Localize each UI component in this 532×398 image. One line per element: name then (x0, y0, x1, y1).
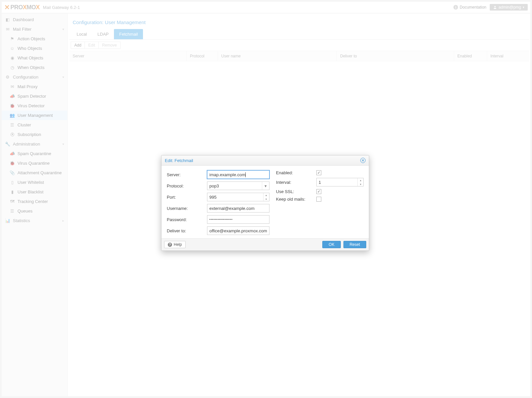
sidebar-label: Virus Quarantine (18, 161, 50, 166)
col-deliver[interactable]: Deliver to (337, 51, 454, 61)
username-input[interactable]: external@example.com (207, 204, 269, 213)
sidebar-item-subscription[interactable]: ⦿ Subscription (2, 130, 67, 139)
spinner-down-icon[interactable]: ▾ (358, 182, 363, 186)
sidebar-label: Attachment Quarantine (18, 170, 62, 175)
protocol-value: pop3 (209, 183, 219, 188)
help-icon: ? (168, 243, 172, 247)
logo: ✕ PROXMOX (4, 3, 40, 11)
sidebar-label: Tracking Center (18, 199, 48, 204)
file-dark-icon: ▮ (10, 189, 15, 194)
sidebar-item-user-blacklist[interactable]: ▮ User Blacklist (2, 187, 67, 197)
documentation-link[interactable]: i Documentation (453, 5, 486, 10)
col-server[interactable]: Server (69, 51, 187, 61)
gears-icon: ⚙ (5, 75, 10, 80)
close-button[interactable] (360, 158, 366, 163)
remove-button[interactable]: Remove (98, 42, 121, 49)
dialog-header[interactable]: Edit: Fetchmail (161, 155, 369, 166)
enabled-checkbox[interactable]: ✓ (316, 170, 321, 175)
reset-button[interactable]: Reset (343, 241, 366, 248)
support-icon: ⦿ (10, 132, 15, 137)
sidebar-item-spam-quarantine[interactable]: 📣 Spam Quarantine (2, 149, 67, 158)
chevron-right-icon: ▸ (62, 219, 64, 222)
spinner-up-icon[interactable]: ▴ (358, 178, 363, 182)
sidebar-item-spam-detector[interactable]: 📣 Spam Detector (2, 91, 67, 101)
help-button[interactable]: ? Help (164, 241, 186, 248)
logo-text-1: PRO (11, 4, 23, 11)
sidebar-label: User Management (18, 113, 53, 118)
add-button[interactable]: Add (71, 42, 85, 49)
sidebar-item-action-objects[interactable]: ⚑ Action Objects (2, 34, 67, 44)
spinner-up-icon[interactable]: ▴ (264, 193, 269, 197)
interval-input[interactable]: 1 ▴▾ (316, 178, 364, 186)
user-circle-icon: ☺ (10, 46, 15, 51)
sidebar-item-what-objects[interactable]: ◉ What Objects (2, 53, 67, 63)
envelope-open-icon: ✉ (10, 84, 15, 89)
protocol-select[interactable]: pop3 ▾ (207, 182, 269, 190)
server-input[interactable]: imap.example.com (207, 170, 269, 179)
chart-icon: 📊 (5, 218, 10, 223)
user-menu-button[interactable]: admin@pmg ▾ (490, 4, 528, 11)
right-column: Enabled: ✓ Interval: 1 ▴▾ Use SSL: ✓ Kee… (276, 170, 364, 235)
logo-text-2: X (23, 4, 27, 11)
sidebar-item-virus-detector[interactable]: 🐞 Virus Detector (2, 101, 67, 111)
username-label: Username: (167, 206, 207, 211)
map-icon: 🗺 (10, 199, 15, 204)
col-enabled[interactable]: Enabled (454, 51, 487, 61)
sidebar-item-virus-quarantine[interactable]: 🐞 Virus Quarantine (2, 158, 67, 168)
keep-checkbox[interactable] (316, 197, 321, 202)
sidebar-item-queues[interactable]: ☰ Queues (2, 206, 67, 216)
toolbar: Add Edit Remove (69, 40, 529, 51)
chevron-down-icon: ▾ (62, 142, 64, 146)
edit-button[interactable]: Edit (85, 42, 99, 49)
chevron-down-icon: ▾ (62, 27, 64, 31)
tab-ldap[interactable]: LDAP (92, 29, 114, 39)
ssl-checkbox[interactable]: ✓ (316, 189, 321, 194)
tab-fetchmail[interactable]: Fetchmail (114, 29, 143, 39)
sidebar-item-user-management[interactable]: 👥 User Management (2, 111, 67, 120)
interval-spinner[interactable]: ▴▾ (357, 178, 363, 186)
col-interval[interactable]: Interval (487, 51, 529, 61)
sidebar-item-configuration[interactable]: ⚙ Configuration ▾ (2, 72, 67, 82)
sidebar-label: Action Objects (18, 36, 45, 41)
ok-button[interactable]: OK (322, 241, 340, 248)
sidebar-item-who-objects[interactable]: ☺ Who Objects (2, 44, 67, 53)
sidebar-item-mail-filter[interactable]: ✉ Mail Filter ▾ (2, 24, 67, 34)
left-column: Server: imap.example.com Protocol: pop3 … (167, 170, 269, 235)
password-input[interactable]: ••••••••••••••••• (207, 215, 269, 224)
sidebar-item-statistics[interactable]: 📊 Statistics ▸ (2, 216, 67, 225)
app-title: Mail Gateway 6.2-1 (43, 5, 80, 10)
col-protocol[interactable]: Protocol (187, 51, 218, 61)
sidebar-item-dashboard[interactable]: ◧ Dashboard (2, 15, 67, 24)
port-label: Port: (167, 195, 207, 200)
sidebar-item-when-objects[interactable]: ◷ When Objects (2, 63, 67, 72)
bug-icon: 🐞 (10, 161, 15, 166)
sidebar-item-administration[interactable]: 🔧 Administration ▾ (2, 139, 67, 149)
edit-fetchmail-dialog: Edit: Fetchmail Server: imap.example.com… (161, 155, 369, 251)
bullhorn-icon: 📣 (10, 94, 15, 99)
dropdown-trigger-icon[interactable]: ▾ (262, 182, 269, 190)
col-user[interactable]: User name (218, 51, 337, 61)
sidebar-label: Configuration (13, 75, 38, 80)
user-icon (493, 5, 497, 9)
ssl-label: Use SSL: (276, 189, 316, 194)
tab-local[interactable]: Local (71, 29, 92, 39)
spinner-down-icon[interactable]: ▾ (264, 197, 269, 201)
sidebar-label: Subscription (18, 132, 41, 137)
sidebar-item-mail-proxy[interactable]: ✉ Mail Proxy (2, 82, 67, 91)
deliver-label: Deliver to: (167, 228, 207, 233)
port-value: 995 (209, 195, 217, 200)
port-input[interactable]: 995 ▴▾ (207, 193, 269, 201)
port-spinner[interactable]: ▴▾ (263, 193, 269, 201)
sidebar-item-attachment-quarantine[interactable]: 📎 Attachment Quarantine (2, 168, 67, 178)
sidebar-label: Virus Detector (18, 103, 45, 108)
sidebar-label: Mail Filter (13, 27, 31, 32)
sidebar-label: User Whitelist (18, 180, 44, 185)
deliver-input[interactable]: office@example.proxmox.com (207, 226, 269, 235)
sidebar-item-cluster[interactable]: ☰ Cluster (2, 120, 67, 130)
sidebar-item-tracking-center[interactable]: 🗺 Tracking Center (2, 197, 67, 206)
sidebar-item-user-whitelist[interactable]: ▯ User Whitelist (2, 178, 67, 187)
paperclip-icon: 📎 (10, 170, 15, 175)
server-label: Server: (167, 172, 207, 177)
clock-icon: ◷ (10, 65, 15, 70)
users-icon: 👥 (10, 113, 15, 118)
